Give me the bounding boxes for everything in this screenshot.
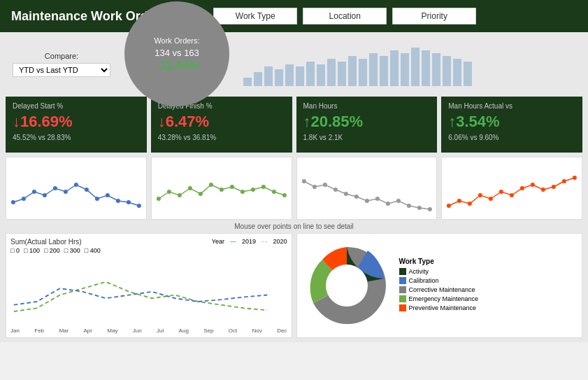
svg-point-11 bbox=[127, 200, 131, 204]
priority-filter-button[interactable]: Priority bbox=[392, 8, 476, 24]
line-chart-svg-2 bbox=[300, 160, 434, 216]
legend-calibration: Calibration bbox=[399, 277, 479, 284]
bar bbox=[422, 50, 430, 86]
hover-hint: Mouse over points on line to see detail bbox=[6, 223, 582, 230]
svg-point-9 bbox=[106, 193, 110, 197]
compare-box: Compare: YTD vs Last YTD MTD vs Last MTD… bbox=[6, 48, 117, 81]
legend-activity: Activity bbox=[399, 268, 479, 275]
svg-point-7 bbox=[85, 188, 89, 192]
legend-color-emergency bbox=[399, 295, 406, 302]
svg-point-50 bbox=[562, 179, 566, 183]
bar bbox=[411, 48, 420, 86]
bar bbox=[338, 62, 346, 86]
month-mar: Mar bbox=[59, 328, 69, 334]
bar bbox=[401, 53, 409, 86]
scale-0: □ 0 bbox=[10, 247, 20, 254]
month-jan: Jan bbox=[10, 328, 20, 334]
legend-2020: 2020 bbox=[273, 238, 287, 245]
bar bbox=[432, 53, 440, 86]
bottom-row: Sum(Actual Labor Hrs) Year — 2019 - - 20… bbox=[6, 233, 582, 338]
year-label: Year bbox=[212, 238, 224, 245]
month-apr: Apr bbox=[84, 328, 92, 334]
month-jun: Jun bbox=[133, 328, 142, 334]
svg-point-32 bbox=[364, 199, 368, 203]
legend-preventive: Preventive Maintenance bbox=[399, 304, 479, 311]
month-oct: Oct bbox=[229, 328, 237, 334]
month-jul: Jul bbox=[157, 328, 164, 334]
kpi-comparison-1: 43.28% vs 36.81% bbox=[158, 134, 285, 141]
bar bbox=[464, 62, 472, 86]
svg-point-20 bbox=[230, 185, 234, 189]
kpi-comparison-2: 1.8K vs 2.1K bbox=[303, 134, 431, 141]
kpi-card-man-hours-actual: Man Hours Actual vs ↑3.54% 6.06% vs 9.60… bbox=[441, 97, 582, 153]
svg-point-51 bbox=[573, 176, 577, 180]
legend-corrective: Corrective Maintenance bbox=[399, 286, 479, 293]
legend-color-corrective bbox=[399, 286, 406, 293]
scale-4: □ 400 bbox=[85, 247, 101, 254]
svg-point-14 bbox=[167, 190, 171, 194]
bar bbox=[380, 56, 388, 86]
kpi-value-0: ↓16.69% bbox=[13, 113, 140, 131]
scale-1: □ 100 bbox=[24, 247, 40, 254]
month-dec: Dec bbox=[277, 328, 287, 334]
work-type-filter-button[interactable]: Work Type bbox=[213, 8, 297, 24]
work-orders-numbers: 134 vs 163 bbox=[155, 48, 199, 58]
svg-point-41 bbox=[468, 202, 472, 206]
top-row: Compare: YTD vs Last YTD MTD vs Last MTD… bbox=[6, 36, 582, 92]
svg-point-8 bbox=[95, 197, 99, 201]
svg-point-35 bbox=[396, 199, 400, 203]
kpi-title-0: Delayed Start % bbox=[13, 102, 140, 110]
wo-current: 134 bbox=[155, 48, 170, 58]
bar bbox=[243, 78, 252, 86]
svg-point-17 bbox=[199, 192, 203, 196]
donut-legend-title: Work Type bbox=[399, 258, 479, 265]
bar bbox=[327, 59, 336, 86]
donut-chart-svg bbox=[301, 240, 392, 331]
svg-point-19 bbox=[220, 188, 224, 192]
location-filter-button[interactable]: Location bbox=[303, 8, 387, 24]
legend-color-activity bbox=[399, 268, 406, 275]
line-chart-man-hours-actual bbox=[441, 157, 582, 220]
svg-point-33 bbox=[375, 197, 379, 201]
svg-point-43 bbox=[489, 197, 493, 201]
work-orders-pct: ↑21.64% bbox=[155, 59, 199, 72]
kpi-comparison-0: 45.52% vs 28.83% bbox=[13, 134, 140, 141]
bottom-right-chart: Work Type Activity Calibration Correctiv… bbox=[296, 233, 583, 338]
bar-chart-area bbox=[236, 40, 582, 89]
svg-point-42 bbox=[478, 193, 482, 197]
bar bbox=[317, 64, 325, 86]
svg-point-13 bbox=[157, 197, 161, 201]
main-content: Compare: YTD vs Last YTD MTD vs Last MTD… bbox=[0, 32, 588, 342]
legend-color-calibration bbox=[399, 277, 406, 284]
donut-legend: Work Type Activity Calibration Correctiv… bbox=[399, 258, 479, 314]
bar bbox=[275, 69, 283, 86]
kpi-value-2: ↑20.85% bbox=[303, 113, 431, 131]
svg-point-30 bbox=[343, 192, 347, 196]
month-feb: Feb bbox=[34, 328, 44, 334]
legend-label-preventive: Preventive Maintenance bbox=[409, 304, 477, 311]
svg-point-37 bbox=[417, 206, 421, 210]
svg-point-38 bbox=[427, 207, 431, 211]
kpi-title-2: Man Hours bbox=[303, 102, 431, 110]
bottom-line-chart-svg bbox=[10, 257, 287, 323]
svg-point-34 bbox=[385, 202, 389, 206]
kpi-comparison-3: 6.06% vs 9.60% bbox=[448, 134, 575, 141]
svg-point-3 bbox=[43, 193, 47, 197]
bar bbox=[306, 62, 315, 86]
scale-2: □ 200 bbox=[44, 247, 60, 254]
line-chart-delayed-finish bbox=[151, 157, 292, 220]
x-axis-labels: Jan Feb Mar Apr May Jun Jul Aug Sep Oct … bbox=[10, 328, 287, 334]
svg-point-49 bbox=[552, 185, 556, 189]
svg-point-21 bbox=[241, 190, 245, 194]
legend-2019: 2019 bbox=[242, 238, 256, 245]
svg-point-18 bbox=[209, 183, 213, 187]
bar bbox=[359, 59, 367, 86]
compare-select[interactable]: YTD vs Last YTD MTD vs Last MTD QTD vs L… bbox=[13, 63, 110, 77]
line-chart-svg-0 bbox=[9, 160, 143, 216]
svg-point-23 bbox=[261, 185, 266, 189]
svg-point-31 bbox=[354, 195, 358, 199]
svg-point-12 bbox=[137, 204, 141, 208]
month-aug: Aug bbox=[179, 328, 189, 334]
kpi-value-3: ↑3.54% bbox=[448, 113, 575, 131]
svg-point-2 bbox=[32, 190, 36, 194]
